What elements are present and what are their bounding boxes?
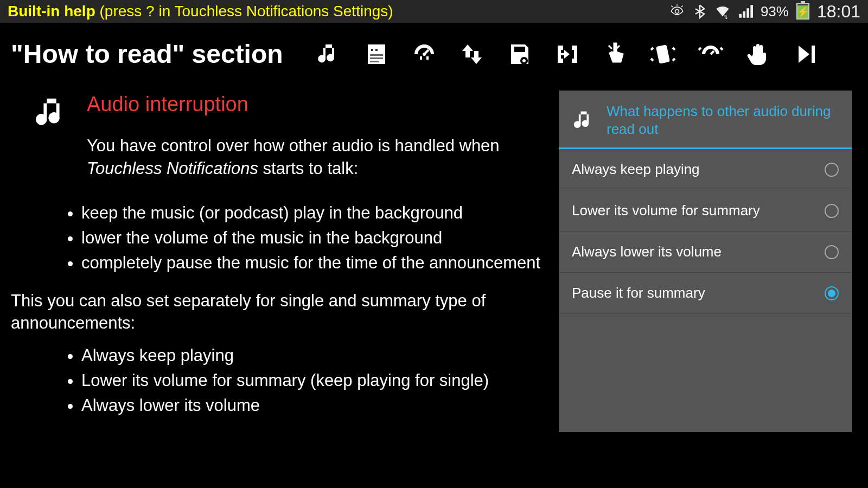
hand-icon[interactable] <box>745 41 771 67</box>
dialog-header: What happens to other audio during read … <box>559 91 852 149</box>
music-icon <box>33 94 71 132</box>
svg-text:⇅: ⇅ <box>724 15 728 19</box>
quote-doc-icon[interactable] <box>363 41 390 67</box>
option-always-keep-playing[interactable]: Always keep playing <box>559 149 852 190</box>
eye-icon <box>669 4 685 19</box>
list-item: completely pause the music for the time … <box>81 252 542 274</box>
radio-icon <box>825 245 839 259</box>
list-item: lower the volume of the music in the bac… <box>81 227 542 249</box>
music-icon <box>572 108 596 132</box>
touch-icon[interactable] <box>602 41 628 67</box>
disk-eye-icon[interactable] <box>507 41 533 67</box>
back-bracket-icon[interactable] <box>554 41 580 67</box>
battery-icon: ⚡ <box>796 3 809 20</box>
list-item: Always keep playing <box>81 344 542 367</box>
gauge-quote-icon[interactable] <box>411 41 437 67</box>
svg-rect-3 <box>370 57 383 59</box>
status-help-text: Built-in help (press ? in Touchless Noti… <box>8 3 669 20</box>
header-icon-row <box>316 41 819 67</box>
clock: 18:01 <box>817 2 860 22</box>
next-icon[interactable] <box>793 41 819 67</box>
article-column: Audio interruption You have control over… <box>33 91 542 432</box>
option-label: Pause it for summary <box>572 285 705 301</box>
radio-icon <box>825 163 839 177</box>
intro-after: starts to talk: <box>258 159 358 178</box>
svg-rect-8 <box>655 44 669 63</box>
bullet-list-1: keep the music (or podcast) play in the … <box>33 202 542 274</box>
svg-point-7 <box>522 59 526 62</box>
main-content: Audio interruption You have control over… <box>0 74 868 432</box>
bluetooth-icon <box>692 4 707 19</box>
list-item: Always lower its volume <box>81 394 542 417</box>
battery-percent: 93% <box>761 3 789 20</box>
option-label: Always lower its volume <box>572 243 722 260</box>
svg-rect-2 <box>370 54 383 56</box>
option-always-lower[interactable]: Always lower its volume <box>559 232 852 273</box>
option-label: Always keep playing <box>572 161 700 178</box>
page-header: "How to read" section <box>0 23 868 74</box>
status-right: ⇅ 93% ⚡ 18:01 <box>669 2 860 22</box>
option-label: Lower its volume for summary <box>572 202 760 219</box>
list-item: keep the music (or podcast) play in the … <box>81 202 542 224</box>
help-hint: (press ? in Touchless Notifications Sett… <box>100 3 393 20</box>
signal-icon <box>738 4 753 19</box>
shake-gauge-icon[interactable] <box>698 41 724 67</box>
section-header: Audio interruption You have control over… <box>33 91 542 180</box>
radio-icon <box>825 204 839 218</box>
intro-italic: Touchless Notifications <box>87 159 258 178</box>
dialog-title: What happens to other audio during read … <box>607 102 839 138</box>
help-label: Built-in help <box>8 3 95 20</box>
music-icon[interactable] <box>316 41 342 67</box>
wifi-icon: ⇅ <box>715 4 730 19</box>
followup-text: This you can also set separately for sin… <box>11 290 542 335</box>
svg-rect-4 <box>370 61 379 62</box>
section-title: Audio interruption <box>87 91 542 118</box>
shake-icon[interactable] <box>650 41 676 67</box>
option-lower-for-summary[interactable]: Lower its volume for summary <box>559 190 852 232</box>
option-pause-for-summary[interactable]: Pause it for summary <box>559 273 852 314</box>
up-down-icon[interactable] <box>459 41 485 67</box>
radio-icon <box>825 286 839 300</box>
options-dialog: What happens to other audio during read … <box>559 91 852 432</box>
page-title: "How to read" section <box>11 39 283 69</box>
status-bar: Built-in help (press ? in Touchless Noti… <box>0 0 868 23</box>
bullet-list-2: Always keep playing Lower its volume for… <box>33 344 542 417</box>
intro-text: You have control over how other audio is… <box>87 134 542 180</box>
list-item: Lower its volume for summary (keep playi… <box>81 369 542 392</box>
intro-before: You have control over how other audio is… <box>87 136 500 155</box>
